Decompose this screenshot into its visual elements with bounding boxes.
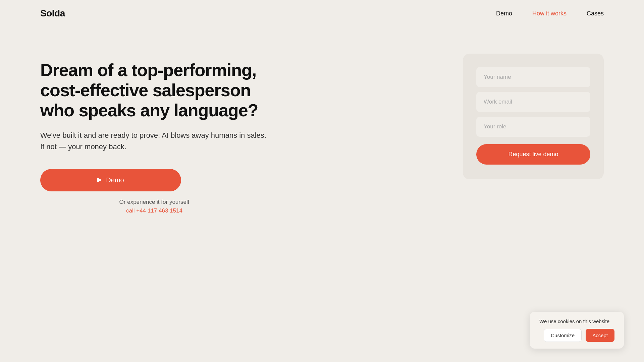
headline: Dream of a top-performing, cost-effectiv… xyxy=(40,60,268,120)
left-section: Dream of a top-performing, cost-effectiv… xyxy=(40,54,268,214)
play-icon xyxy=(97,178,102,182)
logo: Solda xyxy=(40,8,65,19)
request-demo-button[interactable]: Request live demo xyxy=(476,144,590,165)
accept-button[interactable]: Accept xyxy=(586,329,614,342)
demo-button-label: Demo xyxy=(106,176,124,184)
cookie-buttons: Customize Accept xyxy=(544,329,614,342)
cookie-banner: We use cookies on this website Customize… xyxy=(530,312,624,349)
name-input[interactable] xyxy=(476,67,590,87)
nav-link-demo[interactable]: Demo xyxy=(496,10,512,17)
nav-link-how-it-works[interactable]: How it works xyxy=(532,10,567,17)
customize-button[interactable]: Customize xyxy=(544,329,582,342)
or-text: Or experience it for yourself xyxy=(40,199,268,205)
role-input[interactable] xyxy=(476,117,590,137)
cookie-message: We use cookies on this website xyxy=(539,318,614,324)
form-card: Request live demo xyxy=(463,54,604,179)
nav-links: Demo How it works Cases xyxy=(496,10,604,17)
subheadline: We've built it and are ready to prove: A… xyxy=(40,130,268,153)
main-content: Dream of a top-performing, cost-effectiv… xyxy=(0,27,644,214)
nav-link-cases[interactable]: Cases xyxy=(587,10,604,17)
phone-link[interactable]: call +44 117 463 1514 xyxy=(40,207,268,214)
demo-button[interactable]: Demo xyxy=(40,169,181,191)
email-input[interactable] xyxy=(476,92,590,112)
navbar: Solda Demo How it works Cases xyxy=(0,0,644,27)
